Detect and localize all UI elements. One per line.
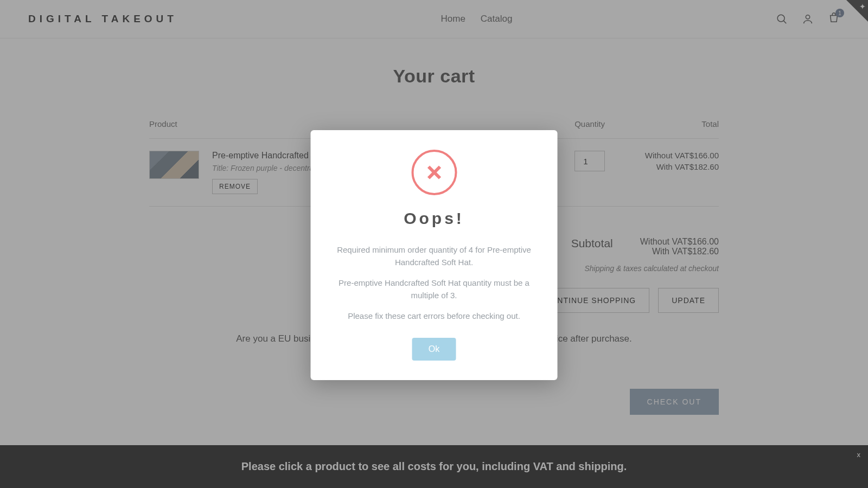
modal-title: Oops! — [330, 209, 538, 228]
modal-message-1: Required minimum order quantity of 4 for… — [330, 244, 538, 268]
error-icon — [411, 150, 457, 195]
modal-message-3: Please fix these cart errors before chec… — [330, 310, 538, 323]
modal-message-2: Pre-emptive Handcrafted Soft Hat quantit… — [330, 277, 538, 301]
error-modal: Oops! Required minimum order quantity of… — [311, 130, 558, 380]
modal-ok-button[interactable]: Ok — [412, 338, 456, 361]
